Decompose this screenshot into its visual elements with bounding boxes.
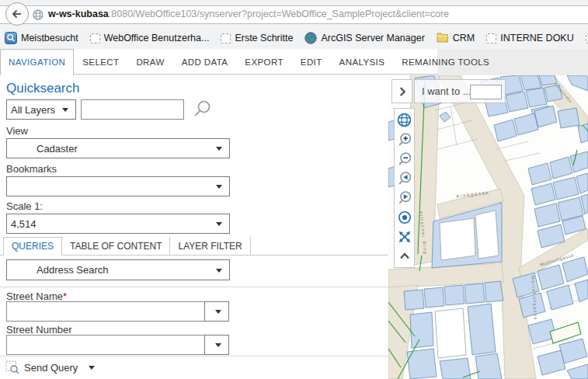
collapse-toolbar-button[interactable] xyxy=(395,246,414,266)
required-marker: * xyxy=(63,290,67,302)
globe-icon xyxy=(304,32,317,44)
quicksearch-layer-select[interactable]: All Layers xyxy=(6,99,76,120)
send-query-icon xyxy=(5,360,19,374)
previous-extent-button[interactable] xyxy=(395,169,414,188)
divider xyxy=(0,356,388,356)
chevron-right-icon xyxy=(395,85,409,99)
chevron-up-icon xyxy=(397,249,412,264)
back-button[interactable] xyxy=(5,2,29,26)
chevron-down-icon xyxy=(216,147,222,151)
full-extent-button[interactable] xyxy=(395,110,414,130)
dashed-placeholder-icon xyxy=(90,33,100,43)
map-area: Kinkgasse Mühlschgasse Landstraße Villac… xyxy=(388,75,588,379)
tab-edit[interactable]: EDIT xyxy=(292,49,331,75)
quicksearch-input[interactable] xyxy=(81,99,184,120)
map-canvas[interactable]: Kinkgasse Mühlschgasse Landstraße Villac… xyxy=(388,75,588,379)
bookmark-label: ArcGIS Server Manager xyxy=(321,33,424,43)
bookmark-arcgis-server-manager[interactable]: ArcGIS Server Manager xyxy=(304,32,424,44)
previous-extent-icon xyxy=(397,171,412,186)
zoom-out-button[interactable] xyxy=(395,149,414,169)
view-select[interactable]: Cadaster xyxy=(6,138,230,158)
back-arrow-icon xyxy=(10,7,24,21)
tab-select[interactable]: SELECT xyxy=(74,49,127,75)
bookmark-crm[interactable]: CRM xyxy=(437,32,475,44)
bookmark-label: CRM xyxy=(453,33,475,43)
subtab-queries[interactable]: QUERIES xyxy=(3,237,62,256)
subtab-layer-filter[interactable]: LAYER FILTER xyxy=(170,237,250,255)
chevron-down-icon xyxy=(89,366,95,370)
next-extent-button[interactable] xyxy=(395,188,414,207)
map-toolbar xyxy=(394,108,415,268)
url-path: :8080/WebOffice103/synserver?project=Web… xyxy=(109,9,449,19)
pan-extent-button[interactable] xyxy=(395,227,414,246)
quicksearch-search-icon[interactable] xyxy=(191,99,213,120)
panel-subtabs: QUERIES TABLE OF CONTENT LAYER FILTER xyxy=(3,237,251,255)
bookmark-weboffice-benutzerhandbuch[interactable]: WebOffice Benutzerha... xyxy=(90,33,210,43)
browser-window: w-ws-kubasa:8080/WebOffice103/synserver?… xyxy=(0,0,588,379)
url-bar-text[interactable]: w-ws-kubasa:8080/WebOffice103/synserver?… xyxy=(48,9,449,19)
query-type-select[interactable]: Address Search xyxy=(6,259,230,280)
browser-chrome: w-ws-kubasa:8080/WebOffice103/synserver?… xyxy=(0,0,588,49)
street-number-dropdown-button[interactable] xyxy=(204,335,229,355)
tab-navigation[interactable]: NAVIGATION xyxy=(0,49,74,75)
chevron-down-icon xyxy=(62,108,68,112)
scale-select[interactable]: 4,514 xyxy=(6,214,230,234)
url-host: w-ws-kubasa xyxy=(48,9,109,19)
collapse-panel-button[interactable] xyxy=(391,79,412,103)
bookmarks-select[interactable] xyxy=(6,176,230,196)
chevron-down-icon xyxy=(216,269,222,273)
tab-export[interactable]: EXPORT xyxy=(236,49,291,75)
navigation-panel: Quicksearch All Layers View Cadaster Boo… xyxy=(0,75,388,379)
zoom-in-icon xyxy=(397,132,412,148)
locate-mode-button[interactable] xyxy=(395,207,414,227)
chevron-down-icon xyxy=(215,343,221,347)
tab-remaining-tools[interactable]: REMAINING TOOLS xyxy=(393,49,498,75)
chevron-down-icon xyxy=(216,222,222,226)
bookmark-label: INTERNE DOKU xyxy=(500,33,573,43)
zoom-out-icon xyxy=(397,151,412,167)
street-number-input[interactable] xyxy=(6,335,205,355)
bookmarks-label: Bookmarks xyxy=(6,163,57,175)
i-want-to-label: I want to ... xyxy=(415,85,471,97)
tab-analysis[interactable]: ANALYSIS xyxy=(331,49,394,75)
next-extent-icon xyxy=(397,190,412,206)
bookmark-label: Meistbesucht xyxy=(21,33,78,43)
tab-add-data[interactable]: ADD DATA xyxy=(173,49,237,75)
scale-label: Scale 1: xyxy=(6,200,43,212)
send-query-button[interactable]: Send Query xyxy=(5,360,95,374)
locate-mode-icon xyxy=(397,210,412,225)
most-visited-icon xyxy=(5,32,17,44)
page-favicon-globe-icon xyxy=(33,9,43,20)
bookmark-label: WebOffice Benutzerha... xyxy=(104,33,210,43)
tab-draw[interactable]: DRAW xyxy=(127,49,172,75)
i-want-to-widget: I want to ... xyxy=(414,79,506,103)
divider xyxy=(0,287,388,287)
bookmark-label: Erste Schritte xyxy=(235,33,293,43)
street-name-label: Street Name* xyxy=(6,290,67,302)
dashed-placeholder-icon xyxy=(486,33,496,43)
view-label: View xyxy=(6,125,28,137)
street-number-label: Street Number xyxy=(6,324,72,336)
chevron-down-icon xyxy=(215,310,221,314)
bookmarks-bar: Meistbesucht WebOffice Benutzerha... Ers… xyxy=(5,30,588,47)
bookmark-meistbesucht[interactable]: Meistbesucht xyxy=(5,32,78,44)
chevron-down-icon xyxy=(216,185,222,189)
subtab-table-of-content[interactable]: TABLE OF CONTENT xyxy=(62,237,170,255)
quicksearch-title: Quicksearch xyxy=(6,81,79,96)
ribbon-tabbar: NAVIGATION SELECT DRAW ADD DATA EXPORT E… xyxy=(0,49,588,75)
street-name-dropdown-button[interactable] xyxy=(204,301,229,322)
globe-full-extent-icon xyxy=(396,112,412,128)
pan-extent-arrows-icon xyxy=(397,229,412,245)
street-name-input[interactable] xyxy=(6,301,205,322)
i-want-to-input[interactable] xyxy=(470,85,502,99)
folder-icon xyxy=(437,32,449,44)
zoom-in-button[interactable] xyxy=(395,130,414,149)
bookmark-erste-schritte[interactable]: Erste Schritte xyxy=(221,33,293,43)
dashed-placeholder-icon xyxy=(221,33,231,43)
bookmark-interne-doku[interactable]: INTERNE DOKU xyxy=(486,33,573,43)
